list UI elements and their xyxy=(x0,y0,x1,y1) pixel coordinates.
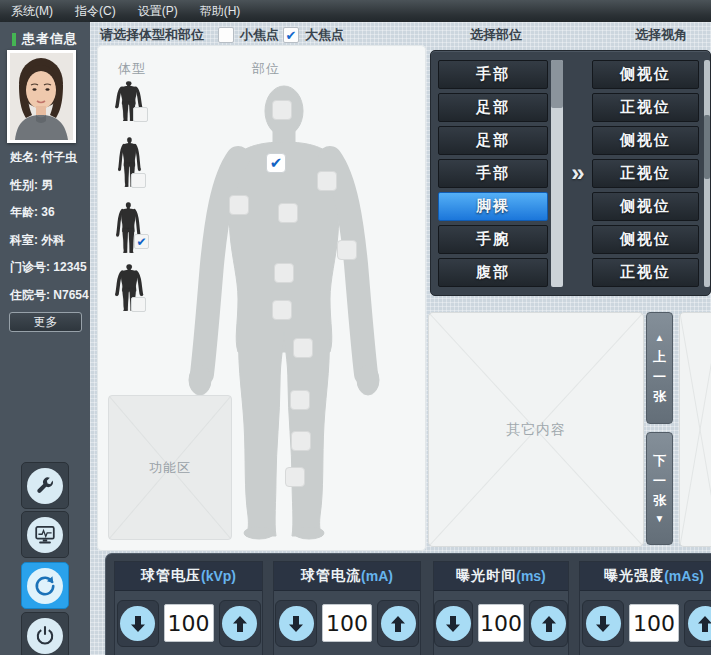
decrease-button[interactable] xyxy=(582,600,624,647)
patient-portrait-image xyxy=(10,53,73,140)
body-type-checkbox-1[interactable] xyxy=(133,107,148,122)
body-type-checkbox-3[interactable]: ✔ xyxy=(134,234,149,249)
body-type-checkbox-4[interactable] xyxy=(131,297,146,312)
part-list-item[interactable]: 足部 xyxy=(438,93,548,122)
view-list: 侧视位正视位侧视位正视位侧视位侧视位正视位 xyxy=(592,60,699,291)
body-marker-9[interactable] xyxy=(293,338,313,358)
increase-button[interactable] xyxy=(377,600,419,647)
patient-field: 年龄: 36 xyxy=(10,199,90,227)
previous-image-button[interactable]: ▲上一张 xyxy=(646,312,673,424)
exposure-unit-label: (kVp) xyxy=(201,568,236,584)
part-list-item[interactable]: 手部 xyxy=(438,159,548,188)
menu-item-2[interactable]: 指令(C) xyxy=(64,0,127,22)
body-marker-6[interactable] xyxy=(337,240,357,260)
application-window: 系统(M)指令(C)设置(P)帮助(H) 患者信息 xyxy=(0,0,711,655)
exposure-panel-4: 曝光强度(mAs)100 xyxy=(579,561,711,655)
increase-button[interactable] xyxy=(684,600,711,647)
other-content-placeholder: 其它内容 xyxy=(428,312,644,547)
body-marker-12[interactable] xyxy=(285,467,305,487)
green-accent-bar xyxy=(12,33,16,46)
view-scrollbar-thumb[interactable] xyxy=(704,115,710,179)
menu-item-1[interactable]: 系统(M) xyxy=(0,0,64,22)
arrow-down-icon xyxy=(120,606,155,641)
body-marker-2[interactable]: ✔ xyxy=(266,153,286,173)
body-marker-1[interactable] xyxy=(272,100,292,120)
part-list-item[interactable]: 脚裸 xyxy=(438,192,548,221)
arrow-down-icon xyxy=(436,606,471,641)
menu-item-3[interactable]: 设置(P) xyxy=(127,0,189,22)
patient-photo xyxy=(7,50,76,143)
decrease-button[interactable] xyxy=(275,600,317,647)
checkbox-unchecked-icon[interactable] xyxy=(218,27,234,43)
body-marker-5[interactable] xyxy=(278,203,298,223)
exposure-unit-label: (mAs) xyxy=(664,568,704,584)
view-list-item[interactable]: 正视位 xyxy=(592,258,699,287)
checkbox-checked-icon[interactable]: ✔ xyxy=(283,27,299,43)
exposure-value[interactable]: 100 xyxy=(164,604,214,642)
view-list-item[interactable]: 正视位 xyxy=(592,159,699,188)
view-list-item[interactable]: 侧视位 xyxy=(592,60,699,89)
increase-button[interactable] xyxy=(529,600,568,647)
wrench-icon xyxy=(27,468,63,504)
view-list-item[interactable]: 侧视位 xyxy=(592,192,699,221)
exposure-value[interactable]: 100 xyxy=(629,604,679,642)
transfer-arrow-icon[interactable]: » xyxy=(565,159,591,187)
patient-field: 姓名: 付子虫 xyxy=(10,144,90,172)
pager-arrow-icon: ▲ xyxy=(655,333,665,343)
patient-info-title: 患者信息 xyxy=(22,30,78,48)
part-list-item[interactable]: 手部 xyxy=(438,60,548,89)
body-part-label: 部位 xyxy=(252,60,280,78)
body-marker-11[interactable] xyxy=(291,431,311,451)
power-tool-button[interactable] xyxy=(21,612,69,655)
select-view-title: 选择视角 xyxy=(605,26,711,44)
exposure-panel-1: 球管电压(kVp)100 xyxy=(114,561,263,655)
view-list-scrollbar[interactable] xyxy=(704,60,710,287)
next-image-button[interactable]: 下一张▼ xyxy=(646,432,673,545)
body-diagram-panel: 体型 部位 ✔ ✔ 功能区 xyxy=(97,45,426,551)
arrow-up-icon xyxy=(531,606,566,641)
reset-tool-button[interactable] xyxy=(21,562,69,609)
increase-button[interactable] xyxy=(219,600,261,647)
menu-item-4[interactable]: 帮助(H) xyxy=(189,0,252,22)
pager-label-char: 一 xyxy=(653,370,666,383)
patient-field: 门诊号: 12345 xyxy=(10,254,90,282)
monitor-tool-button[interactable] xyxy=(21,511,69,558)
part-scrollbar-thumb[interactable] xyxy=(551,60,563,108)
pager-label-char: 张 xyxy=(653,494,666,507)
body-marker-8[interactable] xyxy=(272,300,292,320)
patient-sidebar: 患者信息 姓名: 付子虫性别: 男年龄: 36科室: 外科门诊号: 12345住… xyxy=(0,22,91,655)
exposure-control-bar: 球管电压(kVp)100球管电流(mA)100曝光时间(ms)100曝光强度(m… xyxy=(105,553,711,655)
wrench-tool-button[interactable] xyxy=(21,462,69,509)
more-button[interactable]: 更多 xyxy=(9,312,82,332)
focus-checkbox-2[interactable]: ✔大焦点 xyxy=(283,26,344,44)
exposure-value[interactable]: 100 xyxy=(478,604,524,642)
exposure-panel-title: 曝光时间(ms) xyxy=(434,562,568,591)
focus-checkbox-1[interactable]: 小焦点 xyxy=(218,26,279,44)
part-list-item[interactable]: 足部 xyxy=(438,126,548,155)
view-list-item[interactable]: 侧视位 xyxy=(592,126,699,155)
exposure-unit-label: (mA) xyxy=(361,568,393,584)
body-type-checkbox-2[interactable] xyxy=(131,173,146,188)
decrease-button[interactable] xyxy=(434,600,473,647)
exposure-value[interactable]: 100 xyxy=(322,604,372,642)
view-list-item[interactable]: 正视位 xyxy=(592,93,699,122)
pager-label-char: 张 xyxy=(653,390,666,403)
part-list-scrollbar[interactable] xyxy=(551,60,563,287)
patient-fields: 姓名: 付子虫性别: 男年龄: 36科室: 外科门诊号: 12345住院号: N… xyxy=(10,144,90,309)
part-list-item[interactable]: 腹部 xyxy=(438,258,548,287)
part-list-item[interactable]: 手腕 xyxy=(438,225,548,254)
body-marker-10[interactable] xyxy=(290,390,310,410)
exposure-spinner-row: 100 xyxy=(434,600,568,647)
part-list: 手部足部足部手部脚裸手腕腹部 xyxy=(438,60,548,291)
power-icon xyxy=(27,618,63,654)
exposure-panel-title: 球管电流(mA) xyxy=(274,562,420,591)
focus-checkbox-label: 小焦点 xyxy=(240,26,279,44)
decrease-button[interactable] xyxy=(117,600,159,647)
body-marker-7[interactable] xyxy=(274,263,294,283)
body-marker-3[interactable] xyxy=(317,171,337,191)
view-list-item[interactable]: 侧视位 xyxy=(592,225,699,254)
exposure-panel-title: 球管电压(kVp) xyxy=(115,562,262,591)
body-marker-4[interactable] xyxy=(229,195,249,215)
arrow-up-icon xyxy=(381,606,416,641)
exposure-spinner-row: 100 xyxy=(115,600,262,647)
